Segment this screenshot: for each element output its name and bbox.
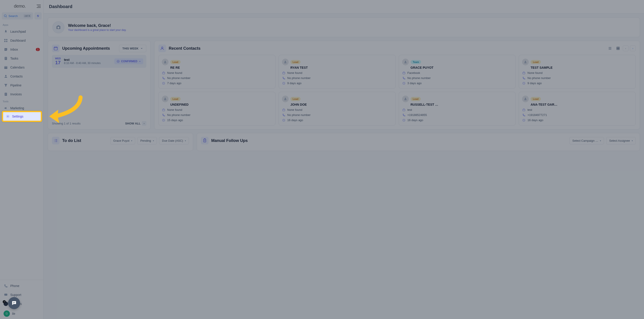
chevron-right-icon: › (142, 121, 146, 126)
chat-fab-button[interactable] (8, 297, 20, 309)
contact-avatar (522, 96, 529, 102)
clock-icon (522, 119, 526, 122)
profile-photo-placeholder[interactable] (52, 21, 64, 33)
checklist-icon (54, 138, 58, 143)
phone-icon (522, 77, 526, 80)
prev-page-button[interactable]: ‹ (623, 46, 628, 51)
contact-card[interactable]: Lead JOHN DOE None found No phone number… (278, 92, 396, 126)
contact-phone: No phone number (287, 76, 310, 80)
contact-phone: +19184977271 (528, 113, 547, 117)
followup-panel: Manual Follow Ups Select Campaign …▾ Sel… (197, 133, 640, 151)
sidebar-item-calendars[interactable]: Calendars (0, 63, 44, 72)
contact-card[interactable]: Lead UNDEFINED None found No phone numbe… (158, 92, 276, 126)
view-list-button[interactable] (607, 45, 613, 52)
contact-time: 16 days ago (287, 118, 303, 122)
person-icon (284, 60, 287, 64)
contact-avatar (162, 59, 168, 65)
contact-card[interactable]: Lead RE RE None found No phone number 7 … (158, 55, 276, 89)
sidebar-item-notifications[interactable]: 4 fications (0, 299, 44, 308)
person-icon (284, 97, 287, 101)
contact-card[interactable]: Lead TEST SAMPLE None found No phone num… (519, 55, 636, 89)
sidebar-item-dashboard[interactable]: Dashboard (0, 36, 44, 45)
svg-rect-16 (617, 47, 618, 48)
plus-circle-icon (116, 60, 120, 63)
followup-campaign-filter[interactable]: Select Campaign …▾ (570, 137, 604, 144)
sidebar-item-profile[interactable]: G ile (0, 308, 44, 319)
menu-toggle-icon[interactable] (37, 5, 41, 8)
timerange-dropdown[interactable]: THIS WEEK (119, 45, 146, 52)
sidebar-item-launchpad[interactable]: Launchpad (0, 27, 44, 36)
sidebar-item-label: Launchpad (10, 30, 26, 33)
sidebar-item-inbox[interactable]: Inbox 1 (0, 45, 44, 54)
svg-rect-2 (4, 39, 5, 40)
contact-name: UNDEFINED (170, 103, 272, 106)
sidebar-item-label: Invoices (10, 93, 22, 96)
phone-icon (282, 77, 285, 80)
clipboard-icon (202, 138, 207, 143)
phone-icon (402, 114, 406, 117)
appointment-item[interactable]: WED 17 test 8:10 AM - 8:40 AM, 30 minute… (52, 55, 146, 68)
svg-point-8 (5, 75, 6, 76)
contact-name: GRACE PUYOT (410, 66, 512, 69)
contact-card[interactable]: Lead RYAN TEST None found No phone numbe… (278, 55, 396, 89)
contact-card[interactable]: Team GRACE PUYOT Facebook No phone numbe… (399, 55, 516, 89)
todo-sort-filter[interactable]: Due Date (ASC)▾ (159, 137, 189, 144)
svg-point-35 (285, 98, 286, 99)
person-icon (163, 60, 167, 64)
contact-card[interactable]: Lead RUSSELL-TEST … test +19188524855 16… (399, 92, 516, 126)
search-input[interactable]: Search ctrl K (2, 12, 33, 20)
contact-phone: No phone number (287, 113, 310, 117)
contact-name: JOHN DOE (290, 103, 392, 106)
sidebar-item-phone[interactable]: Phone (0, 281, 44, 290)
sidebar-item-contacts[interactable]: Contacts (0, 72, 44, 81)
todo-status-filter[interactable]: Pending▾ (138, 137, 157, 144)
sidebar-item-settings[interactable]: Settings (2, 111, 42, 122)
sidebar-item-support[interactable]: Support (0, 290, 44, 299)
briefcase-icon (282, 71, 285, 75)
svg-rect-39 (402, 109, 405, 111)
svg-rect-6 (5, 57, 7, 60)
sidebar-item-label: ile (12, 312, 15, 315)
sidebar-item-pipeline[interactable]: Pipeline (0, 81, 44, 90)
calendar-icon (54, 46, 58, 51)
followup-assignee-filter[interactable]: Select Assignee▾ (606, 137, 636, 144)
svg-rect-21 (162, 72, 165, 74)
contact-company: test (528, 108, 532, 112)
briefcase-icon (162, 71, 165, 75)
quick-action-button[interactable] (34, 12, 42, 20)
todo-user-filter[interactable]: Grace Puyot▾ (110, 137, 135, 144)
person-icon (524, 97, 527, 101)
contact-time: 15 days ago (167, 118, 183, 122)
next-page-button[interactable]: › (630, 46, 636, 51)
clock-icon (282, 119, 285, 122)
contacts-icon (160, 46, 164, 51)
contact-time: 16 days ago (408, 118, 423, 122)
contact-card[interactable]: Lead ANA-TEST GAR… test +19184977271 16 … (519, 92, 636, 126)
panel-title: Recent Contacts (169, 46, 200, 51)
svg-rect-42 (523, 109, 525, 111)
contact-company: None found (528, 71, 542, 75)
view-grid-button[interactable] (615, 45, 622, 52)
phone-icon (4, 284, 8, 288)
show-all-button[interactable]: SHOW ALL › (125, 121, 146, 126)
appt-time: 8:10 AM - 8:40 AM, 30 minutes (64, 62, 101, 65)
contact-name: RUSSELL-TEST … (410, 103, 512, 106)
sidebar-item-tasks[interactable]: Tasks (0, 54, 44, 63)
contact-tag: Lead (530, 60, 541, 64)
panel-title: To do List (62, 138, 81, 143)
contact-time: 3 days ago (408, 82, 422, 85)
appt-status-dropdown[interactable]: CONFIRMED (114, 59, 143, 64)
clock-icon (402, 82, 406, 85)
sidebar-item-label: Inbox (10, 48, 18, 51)
phone-icon (282, 114, 285, 117)
invoices-icon (4, 92, 8, 96)
svg-point-32 (164, 98, 166, 99)
svg-rect-4 (4, 41, 5, 42)
welcome-card: Welcome back, Grace! Your dashboard is a… (48, 18, 640, 37)
svg-rect-24 (282, 72, 285, 74)
sidebar-item-invoices[interactable]: Invoices (0, 90, 44, 99)
sidebar-item-label: Phone (10, 284, 19, 288)
appt-day-of-week: WED (55, 57, 61, 60)
svg-rect-27 (402, 72, 405, 74)
contact-tag: Lead (530, 97, 541, 101)
